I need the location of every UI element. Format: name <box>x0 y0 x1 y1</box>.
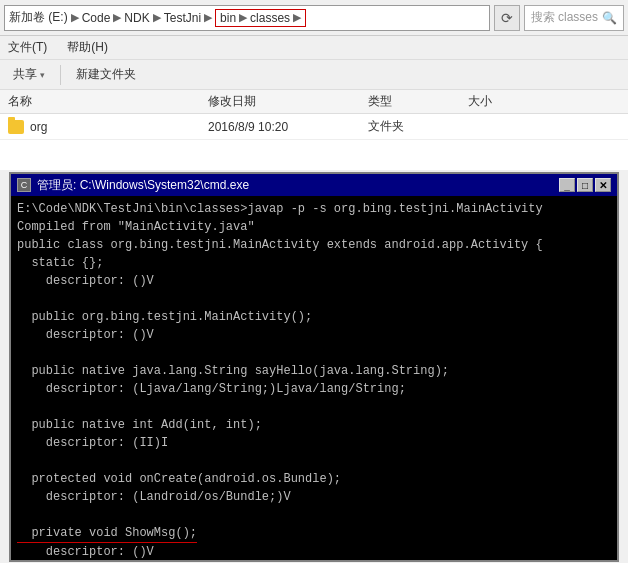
share-label: 共享 <box>13 66 37 83</box>
cmd-body[interactable]: E:\Code\NDK\TestJni\bin\classes>javap -p… <box>11 196 617 560</box>
cmd-titlebar: C 管理员: C:\Windows\System32\cmd.exe _ □ ✕ <box>11 174 617 196</box>
cmd-line-5 <box>17 290 611 308</box>
cmd-maximize-button[interactable]: □ <box>577 178 593 192</box>
menu-bar: 文件(T) 帮助(H) <box>0 36 628 60</box>
chevron-down-icon: ▾ <box>40 70 45 80</box>
file-name-text: org <box>30 120 47 134</box>
path-highlighted-segment[interactable]: bin ▶ classes ▶ <box>215 9 306 27</box>
folder-icon <box>8 120 24 134</box>
col-size: 大小 <box>468 93 548 110</box>
path-arrow-bin: ▶ <box>239 11 247 24</box>
cmd-line-0: E:\Code\NDK\TestJni\bin\classes>javap -p… <box>17 200 611 218</box>
cmd-line-19: descriptor: ()V <box>17 543 611 560</box>
cmd-line-1: Compiled from "MainActivity.java" <box>17 218 611 236</box>
cmd-minimize-button[interactable]: _ <box>559 178 575 192</box>
cmd-title: 管理员: C:\Windows\System32\cmd.exe <box>37 177 249 194</box>
cmd-line-2: public class org.bing.testjni.MainActivi… <box>17 236 611 254</box>
menu-file[interactable]: 文件(T) <box>4 37 51 58</box>
cmd-line-15: protected void onCreate(android.os.Bundl… <box>17 470 611 488</box>
cmd-line-7: descriptor: ()V <box>17 326 611 344</box>
table-row[interactable]: org 2016/8/9 10:20 文件夹 <box>0 114 628 140</box>
search-placeholder: 搜索 classes <box>531 9 598 26</box>
cmd-line-13: descriptor: (II)I <box>17 434 611 452</box>
cmd-line-6: public org.bing.testjni.MainActivity(); <box>17 308 611 326</box>
toolbar: 共享 ▾ 新建文件夹 <box>0 60 628 90</box>
cmd-line-8 <box>17 344 611 362</box>
toolbar-separator <box>60 65 61 85</box>
cmd-window: C 管理员: C:\Windows\System32\cmd.exe _ □ ✕… <box>9 172 619 562</box>
cmd-line-16: descriptor: (Landroid/os/Bundle;)V <box>17 488 611 506</box>
path-drive: 新加卷 (E:) <box>9 9 68 26</box>
cmd-line-3: static {}; <box>17 254 611 272</box>
path-arrow-classes: ▶ <box>293 11 301 24</box>
cmd-line-10: descriptor: (Ljava/lang/String;)Ljava/la… <box>17 380 611 398</box>
new-folder-label: 新建文件夹 <box>76 66 136 83</box>
col-type: 类型 <box>368 93 468 110</box>
cmd-line-4: descriptor: ()V <box>17 272 611 290</box>
path-bin: bin <box>220 11 236 25</box>
cmd-controls: _ □ ✕ <box>559 178 611 192</box>
col-date: 修改日期 <box>208 93 368 110</box>
file-name: org <box>8 120 208 134</box>
cmd-icon: C <box>17 178 31 192</box>
cmd-line-11 <box>17 398 611 416</box>
address-bar: 新加卷 (E:) ▶ Code ▶ NDK ▶ TestJni ▶ bin ▶ … <box>0 0 628 36</box>
path-classes: classes <box>250 11 290 25</box>
cmd-close-button[interactable]: ✕ <box>595 178 611 192</box>
col-name: 名称 <box>8 93 208 110</box>
share-button[interactable]: 共享 ▾ <box>6 63 52 86</box>
search-box[interactable]: 搜索 classes 🔍 <box>524 5 624 31</box>
file-date: 2016/8/9 10:20 <box>208 120 368 134</box>
address-path[interactable]: 新加卷 (E:) ▶ Code ▶ NDK ▶ TestJni ▶ bin ▶ … <box>4 5 490 31</box>
cmd-line-17 <box>17 506 611 524</box>
search-icon: 🔍 <box>602 11 617 25</box>
file-table: 名称 修改日期 类型 大小 org 2016/8/9 10:20 文件夹 <box>0 90 628 170</box>
menu-help[interactable]: 帮助(H) <box>63 37 112 58</box>
path-code: Code <box>82 11 111 25</box>
refresh-button[interactable]: ⟳ <box>494 5 520 31</box>
file-type: 文件夹 <box>368 118 468 135</box>
path-testjni: TestJni <box>164 11 201 25</box>
cmd-line-12: public native int Add(int, int); <box>17 416 611 434</box>
cmd-titlebar-left: C 管理员: C:\Windows\System32\cmd.exe <box>17 177 249 194</box>
path-ndk: NDK <box>124 11 149 25</box>
cmd-line-14 <box>17 452 611 470</box>
table-header: 名称 修改日期 类型 大小 <box>0 90 628 114</box>
new-folder-button[interactable]: 新建文件夹 <box>69 63 143 86</box>
cmd-line-9: public native java.lang.String sayHello(… <box>17 362 611 380</box>
cmd-line-18: private void ShowMsg(); <box>17 524 197 543</box>
